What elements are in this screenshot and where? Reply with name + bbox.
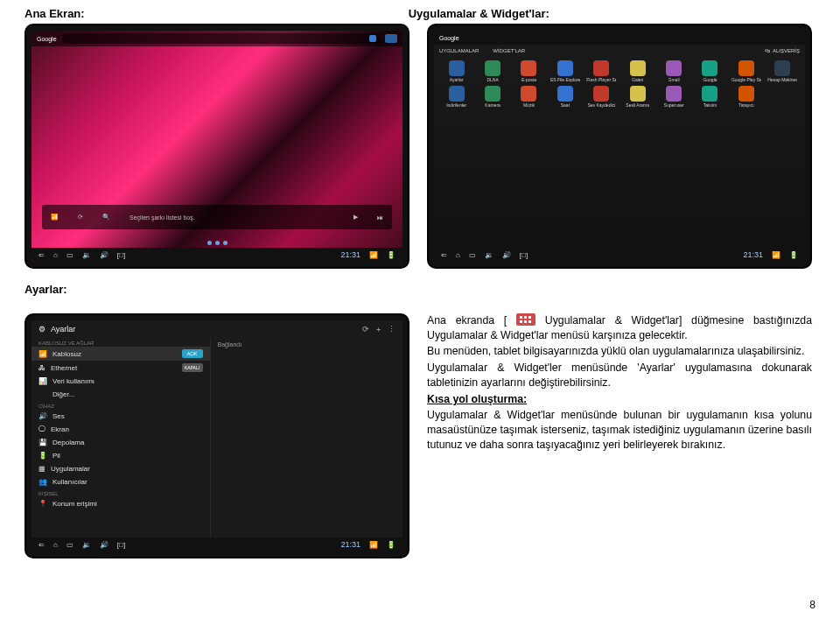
- page-indicator: [32, 238, 402, 248]
- scan-icon[interactable]: ⟳: [362, 325, 369, 334]
- add-icon[interactable]: ＋: [374, 324, 382, 335]
- row-wifi[interactable]: 📶 Kablosuz AÇIK: [32, 347, 210, 361]
- row-users[interactable]: 👥Kullanıcılar: [32, 475, 210, 488]
- row-storage[interactable]: 💾Depolama: [32, 436, 210, 449]
- app-takvim[interactable]: Takvim: [693, 86, 727, 108]
- category-dev: CİHAZ: [32, 401, 210, 410]
- app-label: Tarayıcı: [738, 103, 754, 108]
- search-input[interactable]: [62, 33, 380, 44]
- vol-down-icon[interactable]: 🔉: [82, 541, 91, 549]
- app-dlna[interactable]: DLNA: [475, 60, 509, 82]
- screenshot-icon[interactable]: [□]: [117, 541, 125, 549]
- app-icon: [630, 60, 646, 76]
- app-label: Müzik: [523, 103, 535, 108]
- app-label: İndirilenler: [446, 103, 466, 108]
- wifi-icon: 📶: [51, 214, 59, 221]
- app-saat[interactable]: Saat: [548, 86, 582, 108]
- back-icon[interactable]: ⇐: [38, 541, 45, 549]
- app-google[interactable]: Google: [693, 60, 727, 82]
- battery-icon: 🔋: [387, 541, 396, 549]
- vol-up-icon[interactable]: 🔊: [502, 251, 511, 259]
- app-icon: [521, 60, 536, 76]
- row-battery[interactable]: 🔋Pil: [32, 449, 210, 462]
- page-number: 8: [809, 599, 816, 611]
- apps-drawer-icon[interactable]: [385, 34, 397, 43]
- wifi-toggle[interactable]: AÇIK: [182, 349, 203, 358]
- row-sound[interactable]: 🔊Ses: [32, 410, 210, 423]
- back-icon[interactable]: ⇐: [38, 251, 45, 259]
- app-e-posta[interactable]: E-posta: [512, 60, 546, 82]
- app-icon: [557, 86, 573, 102]
- app-icon: [557, 60, 573, 76]
- screenshot-icon[interactable]: [□]: [520, 251, 528, 259]
- heading-settings: Ayarlar:: [24, 283, 816, 296]
- app-icon: [738, 86, 754, 102]
- settings-icon: ⚙: [38, 325, 46, 334]
- vol-down-icon[interactable]: 🔉: [485, 251, 494, 259]
- shop-link[interactable]: 🛍ALIŞVERİŞ: [765, 48, 800, 53]
- app-kamera[interactable]: Kamera: [475, 86, 509, 108]
- app-google-play-stor[interactable]: Google Play Stor: [729, 60, 763, 82]
- google-label: Google: [439, 35, 459, 41]
- vol-up-icon[interactable]: 🔊: [100, 541, 108, 549]
- app-flash-player-se[interactable]: Flash Player Se: [584, 60, 619, 82]
- music-widget[interactable]: 📶 ⟳ 🔍 Seçilen şarkı listesi boş. ▶ ⏭: [42, 205, 392, 229]
- app-drawer-mock: Google UYGULAMALAR WİDGET'LAR 🛍ALIŞVERİŞ…: [427, 24, 812, 269]
- data-icon: 📊: [38, 377, 47, 385]
- apps-grid: AyarlarDLNAE-postaES File ExplorerFlash …: [434, 57, 805, 111]
- tab-apps[interactable]: UYGULAMALAR: [439, 48, 479, 53]
- recents-icon[interactable]: ▭: [66, 251, 74, 259]
- app-hesap-makinesi[interactable]: Hesap Makinesi: [766, 60, 800, 82]
- app-ayarlar[interactable]: Ayarlar: [439, 60, 473, 82]
- app-galeri[interactable]: Galeri: [620, 60, 654, 82]
- app-gmail[interactable]: Gmail: [656, 60, 690, 82]
- app-sesli-arama[interactable]: Sesli Arama: [620, 86, 654, 108]
- tab-widgets[interactable]: WİDGET'LAR: [493, 48, 525, 53]
- app-label: Hesap Makinesi: [767, 78, 797, 82]
- display-icon: 🖵: [38, 425, 46, 433]
- eth-toggle[interactable]: KAPALI: [182, 363, 203, 372]
- overflow-icon[interactable]: ⋮: [388, 325, 396, 334]
- app-m-zik[interactable]: Müzik: [512, 86, 546, 108]
- recents-icon[interactable]: ▭: [469, 251, 476, 259]
- row-more[interactable]: Diğer...: [32, 388, 210, 401]
- vol-down-icon[interactable]: 🔉: [82, 251, 91, 259]
- appdrawer-inline-icon: [516, 313, 536, 326]
- app-icon: [485, 86, 500, 102]
- category-pers: KİŞİSEL: [32, 488, 210, 497]
- wifi-icon: 📶: [38, 350, 47, 358]
- app-icon: [521, 86, 536, 102]
- voice-icon[interactable]: [369, 35, 376, 42]
- home-screen-mock: Google 📶 ⟳ 🔍 Seçilen şarkı listesi boş. …: [24, 24, 410, 269]
- app-i-ndirilenler[interactable]: İndirilenler: [439, 86, 473, 108]
- row-ethernet[interactable]: 🖧 Ethernet KAPALI: [32, 361, 210, 375]
- heading-home: Ana Ekran:: [24, 7, 85, 20]
- home-icon[interactable]: ⌂: [53, 251, 58, 259]
- battery-icon: 🔋: [789, 251, 798, 259]
- app-superuser[interactable]: Superuser: [656, 86, 690, 108]
- screenshot-icon[interactable]: [□]: [117, 251, 125, 259]
- app-taray-c-[interactable]: Tarayıcı: [729, 86, 763, 108]
- play-icon[interactable]: ▶: [354, 214, 358, 221]
- search-bar[interactable]: Google: [32, 31, 402, 46]
- row-apps[interactable]: ▦Uygulamalar: [32, 462, 210, 475]
- music-empty-text: Seçilen şarkı listesi boş.: [130, 214, 334, 221]
- app-label: Galeri: [632, 78, 643, 82]
- app-icon: [593, 86, 609, 102]
- users-icon: 👥: [38, 478, 47, 486]
- recents-icon[interactable]: ▭: [66, 541, 74, 549]
- home-icon[interactable]: ⌂: [53, 541, 58, 549]
- row-display[interactable]: 🖵Ekran: [32, 423, 210, 436]
- app-icon: [774, 60, 790, 76]
- row-data[interactable]: 📊Veri kullanımı: [32, 375, 210, 388]
- body-text: Ana ekranda [ Uygulamalar & Widget'lar] …: [427, 313, 812, 558]
- app-ses-kaydedici[interactable]: Ses Kaydedici: [584, 86, 619, 108]
- app-es-file-explorer[interactable]: ES File Explorer: [548, 60, 582, 82]
- row-location[interactable]: 📍Konum erişimi: [32, 497, 210, 510]
- vol-up-icon[interactable]: 🔊: [100, 251, 108, 259]
- next-icon[interactable]: ⏭: [377, 214, 383, 221]
- home-icon[interactable]: ⌂: [456, 251, 460, 259]
- app-label: Kamera: [485, 103, 500, 108]
- back-icon[interactable]: ⇐: [441, 251, 447, 259]
- clock: 21:31: [340, 540, 360, 549]
